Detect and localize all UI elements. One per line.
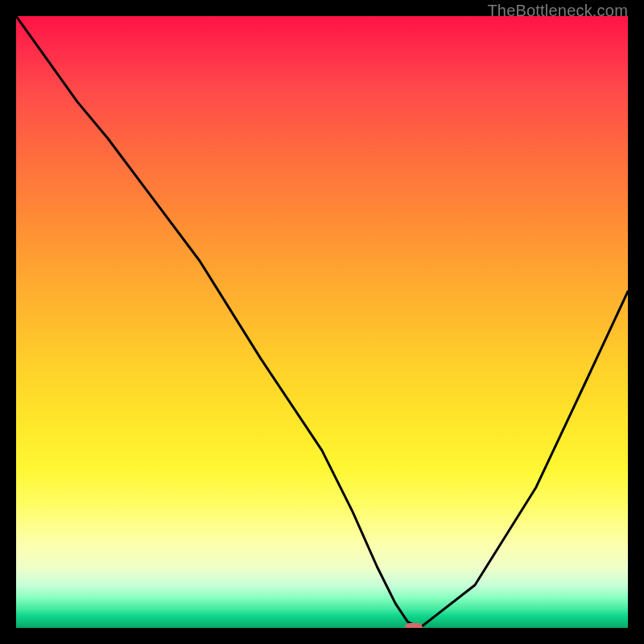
curve-path [16, 16, 628, 628]
chart-frame: TheBottleneck.com [0, 0, 644, 644]
plot-area [16, 16, 628, 628]
optimal-marker [405, 623, 423, 628]
attribution-text: TheBottleneck.com [487, 2, 628, 20]
bottleneck-curve [16, 16, 628, 628]
